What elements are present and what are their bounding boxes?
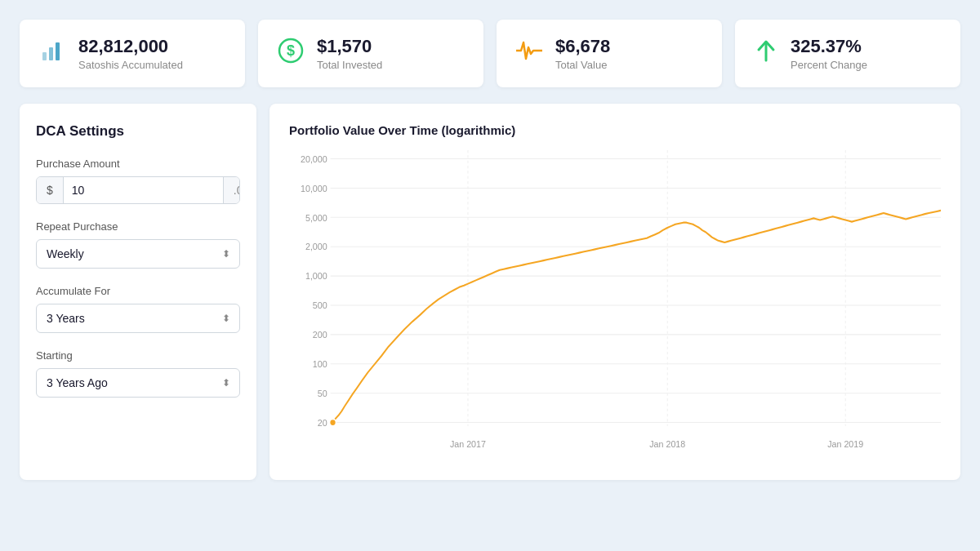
- settings-panel: DCA Settings Purchase Amount $ .00 Repea…: [20, 104, 256, 480]
- accumulate-select-wrapper: 1 Year 2 Years 3 Years 5 Years ⬍: [36, 304, 240, 333]
- pulse-icon: [516, 39, 542, 68]
- svg-text:Jan 2019: Jan 2019: [827, 439, 863, 449]
- accumulate-select[interactable]: 1 Year 2 Years 3 Years 5 Years: [36, 304, 240, 333]
- chart-svg: 20,000 10,000 5,000 2,000 1,000 500 200 …: [289, 150, 941, 460]
- purchase-amount-input[interactable]: [64, 177, 223, 203]
- accumulate-group: Accumulate For 1 Year 2 Years 3 Years 5 …: [36, 285, 240, 333]
- chart-container: 20,000 10,000 5,000 2,000 1,000 500 200 …: [289, 150, 941, 460]
- starting-select-wrapper: 1 Year Ago 2 Years Ago 3 Years Ago 5 Yea…: [36, 368, 240, 398]
- card-satoshis-content: 82,812,000 Satoshis Accumulated: [78, 36, 183, 71]
- card-invested-content: $1,570 Total Invested: [317, 36, 382, 71]
- svg-text:100: 100: [313, 359, 327, 369]
- percent-change-label: Percent Change: [791, 59, 867, 71]
- main-section: DCA Settings Purchase Amount $ .00 Repea…: [20, 104, 960, 480]
- satoshis-label: Satoshis Accumulated: [78, 59, 183, 71]
- starting-group: Starting 1 Year Ago 2 Years Ago 3 Years …: [36, 349, 240, 398]
- svg-rect-2: [56, 42, 60, 60]
- card-percent-change: 325.37% Percent Change: [735, 20, 960, 87]
- svg-text:50: 50: [318, 389, 327, 398]
- dollar-suffix: .00: [223, 177, 240, 203]
- svg-text:20: 20: [318, 418, 327, 428]
- repeat-select-wrapper: Weekly Daily Monthly ⬍: [36, 239, 240, 269]
- arrow-up-icon: [755, 38, 777, 69]
- svg-text:2,000: 2,000: [305, 242, 327, 251]
- svg-rect-1: [49, 47, 53, 60]
- card-invested: $ $1,570 Total Invested: [258, 20, 483, 87]
- starting-label: Starting: [36, 349, 240, 362]
- svg-text:20,000: 20,000: [301, 154, 327, 164]
- repeat-select[interactable]: Weekly Daily Monthly: [36, 239, 240, 269]
- chart-panel: Portfolio Value Over Time (logarithmic): [270, 104, 960, 480]
- purchase-amount-input-wrapper: $ .00: [36, 176, 240, 204]
- top-cards: 82,812,000 Satoshis Accumulated $ $1,570…: [20, 20, 960, 87]
- svg-point-33: [330, 420, 336, 426]
- dollar-icon: $: [278, 38, 304, 69]
- svg-text:5,000: 5,000: [305, 213, 327, 223]
- starting-select[interactable]: 1 Year Ago 2 Years Ago 3 Years Ago 5 Yea…: [36, 368, 240, 398]
- svg-text:Jan 2018: Jan 2018: [649, 439, 685, 449]
- total-value: $6,678: [555, 36, 610, 57]
- repeat-purchase-label: Repeat Purchase: [36, 220, 240, 233]
- settings-title: DCA Settings: [36, 123, 240, 140]
- card-total-value-content: $6,678 Total Value: [555, 36, 610, 71]
- svg-text:1,000: 1,000: [305, 271, 327, 281]
- svg-text:10,000: 10,000: [301, 184, 327, 193]
- percent-change-value: 325.37%: [791, 36, 867, 57]
- card-percent-content: 325.37% Percent Change: [791, 36, 867, 71]
- svg-text:Jan 2017: Jan 2017: [450, 439, 486, 449]
- svg-text:500: 500: [313, 300, 327, 310]
- satoshis-value: 82,812,000: [78, 36, 183, 57]
- card-satoshis: 82,812,000 Satoshis Accumulated: [20, 20, 245, 87]
- chart-title: Portfolio Value Over Time (logarithmic): [289, 123, 941, 137]
- bar-chart-icon: [39, 38, 65, 69]
- purchase-amount-label: Purchase Amount: [36, 158, 240, 170]
- purchase-amount-group: Purchase Amount $ .00: [36, 158, 240, 204]
- svg-text:$: $: [287, 42, 295, 59]
- svg-rect-6: [331, 150, 941, 426]
- accumulate-label: Accumulate For: [36, 285, 240, 297]
- svg-rect-0: [42, 52, 47, 60]
- card-total-value: $6,678 Total Value: [497, 20, 722, 87]
- svg-text:200: 200: [313, 330, 327, 340]
- dollar-prefix: $: [37, 177, 64, 203]
- invested-label: Total Invested: [317, 59, 382, 71]
- total-value-label: Total Value: [555, 59, 610, 71]
- repeat-purchase-group: Repeat Purchase Weekly Daily Monthly ⬍: [36, 220, 240, 269]
- invested-value: $1,570: [317, 36, 382, 57]
